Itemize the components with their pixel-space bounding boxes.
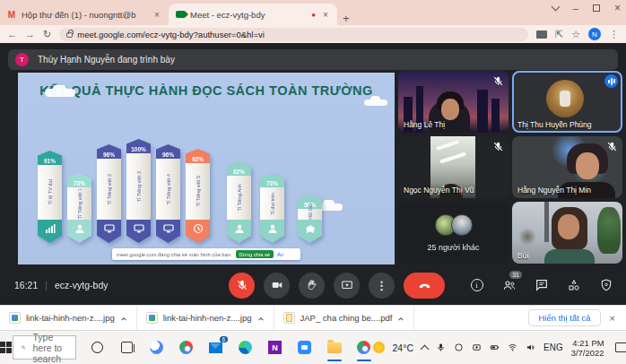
chevron-down-icon[interactable] [551,3,560,12]
chevron-up-icon[interactable] [120,310,127,326]
download-item[interactable]: link-tai-hinh-nen-z....jpg [0,306,137,330]
presenter-avatar: T [15,53,29,66]
mic-toggle-button[interactable] [229,273,255,299]
language-indicator[interactable]: ENG [543,342,563,352]
search-icon [22,342,26,352]
more-participants-tile[interactable]: 25 người khác [398,202,509,264]
battery-icon[interactable] [490,342,500,352]
messenger-icon[interactable] [148,335,166,360]
leave-call-button[interactable] [404,273,445,299]
window-controls: – × [552,2,621,14]
weather-temp[interactable]: 24°C [393,342,413,353]
chrome-icon[interactable] [178,335,196,360]
taskbar-clock[interactable]: 4:21 PM 3/7/2022 [571,338,604,358]
screen: M Hộp thư đến (1) - nuongntt@b × Meet - … [0,0,626,364]
participant-grid: Hằng Lê Thị Thị Thu Huyền Phùng Ngọc Ngu… [398,71,622,264]
chevron-up-icon[interactable] [397,310,404,326]
image-file-icon [146,312,158,324]
windows-taskbar: Type here to search 6 N 24°C ENG [0,330,626,364]
media-indicator-icon[interactable] [536,30,547,39]
volume-icon[interactable] [526,342,535,352]
hide-share-bar-button[interactable]: Ẩn [277,252,283,257]
download-item[interactable]: link-tai-hinh-nen-z....jpg [137,306,274,330]
camera-toggle-button[interactable] [264,273,290,299]
taskbar-search-input[interactable]: Type here to search [13,335,76,360]
stop-sharing-button[interactable]: Dừng chia sẻ [236,250,274,258]
task-view-icon[interactable] [118,335,136,360]
chevron-up-icon[interactable] [257,310,265,326]
meet-app: T Thùy Hạnh Nguyễn đang trình bày KẾT QU… [0,43,626,305]
recording-dot-icon: ● [311,11,316,19]
close-window-button[interactable]: × [614,2,621,14]
minimize-button[interactable]: – [573,3,578,13]
share-icon[interactable]: ⇱ [555,29,563,40]
show-all-downloads-button[interactable]: Hiển thị tất cả [528,309,600,326]
bookmark-star-icon[interactable]: ☆ [571,29,580,40]
onenote-icon[interactable]: N [266,335,284,360]
tray-expand-icon[interactable] [421,344,430,353]
mic-off-icon [492,74,504,86]
wifi-icon[interactable] [508,342,517,352]
mic-tray-icon[interactable] [436,342,446,352]
address-bar[interactable]: meet.google.com/ecz-vytg-bdy?authuser=0&… [59,28,528,41]
snip-tray-icon[interactable] [472,342,482,352]
chrome-active-icon[interactable] [355,335,373,360]
column-value-badge: 82% [227,161,251,176]
browser-menu-icon[interactable]: ⋮ [609,29,619,40]
chart-column: 96% Tỉ Tiếng việt 2 [97,144,121,243]
url-text: meet.google.com/ecz-vytg-bdy?authuser=0&… [77,30,265,39]
back-icon[interactable]: ← [7,29,17,39]
mail-icon[interactable]: 6 [207,335,225,360]
forward-icon[interactable]: → [25,29,35,39]
avatar-group [398,214,509,236]
more-options-button[interactable]: ⋮ [369,273,395,299]
maximize-button[interactable] [593,4,600,12]
weather-sun-icon[interactable] [373,342,385,353]
new-tab-button[interactable]: + [343,12,350,25]
participant-tile[interactable]: Hằng Nguyễn Thị Min [512,136,622,198]
participant-tile[interactable]: Ngọc Nguyễn Thị Vũ [398,136,509,198]
tab-close-icon[interactable]: × [320,10,331,20]
close-downloads-bar-icon[interactable]: × [610,313,615,324]
tray-date: 3/7/2022 [571,348,604,358]
presented-slide: KẾT QUẢ THỰC HÀNH ĐỌC SÁCH TOÀN TRƯỜNG 9… [18,73,395,264]
zoom-icon[interactable] [296,335,314,360]
chart-column: 73% Tỉ đạt trên [260,173,284,243]
cloud-decoration [364,100,387,106]
tab-close-icon[interactable]: × [152,10,162,20]
edge-icon[interactable] [237,335,255,360]
column-value-badge: 73% [260,173,284,187]
meeting-code: ecz-vytg-bdy [55,280,109,290]
tab-title: Hộp thư đến (1) - nuongntt@b [22,10,147,20]
participant-tile-active-speaker[interactable]: Thị Thu Huyền Phùng [512,71,622,133]
image-file-icon [9,312,21,324]
host-controls-button[interactable] [598,278,613,293]
tray-time: 4:21 PM [572,338,604,348]
cortana-icon[interactable] [89,335,107,360]
chart-column: 56% Tỉ HĐ GD [298,195,322,243]
update-tray-icon[interactable] [454,342,464,352]
meeting-details-button[interactable]: i [469,278,484,293]
participants-button[interactable]: 31 [501,278,517,293]
clock-icon [186,220,210,243]
tab-gmail[interactable]: M Hộp thư đến (1) - nuongntt@b × [0,4,169,25]
participant-tile[interactable]: Hằng Lê Thị [398,71,509,133]
tab-meet[interactable]: Meet - ecz-vytg-bdy ● × [169,4,337,25]
reload-icon[interactable]: ↻ [43,29,51,40]
profile-avatar[interactable]: N [588,28,601,40]
chat-button[interactable] [534,278,549,293]
participant-tile[interactable]: Bùi [512,202,622,264]
action-center-icon[interactable] [615,342,626,352]
others-count-label: 25 người khác [398,243,509,252]
present-screen-button[interactable] [334,273,360,299]
download-item[interactable]: JAP_ cha ching be....pdf [274,306,415,330]
raise-hand-button[interactable] [299,273,325,299]
meet-control-bar: 16:21 | ecz-vytg-bdy ⋮ i 31 [0,265,626,305]
file-explorer-icon[interactable] [326,335,343,360]
chart-column: 100% Tỉ Tiếng việt 3 [126,139,151,243]
presenting-banner: T Thùy Hạnh Nguyễn đang trình bày [8,49,618,70]
person-icon [67,220,91,243]
activities-button[interactable] [566,278,581,293]
pdf-file-icon [283,312,295,324]
start-button[interactable] [0,342,13,354]
